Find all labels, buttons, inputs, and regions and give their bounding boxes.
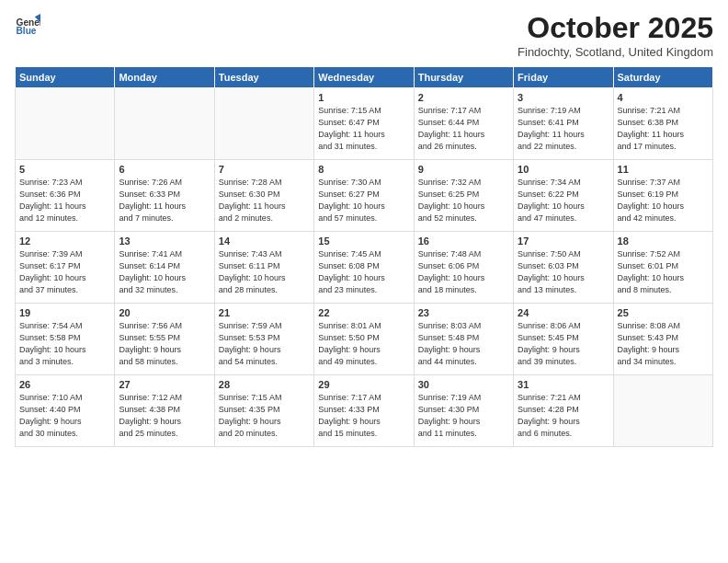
week-row-4: 19Sunrise: 7:54 AM Sunset: 5:58 PM Dayli… (16, 304, 713, 375)
week-row-5: 26Sunrise: 7:10 AM Sunset: 4:40 PM Dayli… (16, 375, 713, 447)
day-number: 26 (19, 379, 110, 390)
day-number: 8 (318, 164, 409, 175)
day-info: Sunrise: 7:41 AM Sunset: 6:14 PM Dayligh… (119, 248, 210, 296)
calendar-cell: 6Sunrise: 7:26 AM Sunset: 6:33 PM Daylig… (115, 160, 214, 232)
calendar-cell: 11Sunrise: 7:37 AM Sunset: 6:19 PM Dayli… (613, 160, 712, 232)
calendar-cell: 18Sunrise: 7:52 AM Sunset: 6:01 PM Dayli… (613, 232, 712, 304)
day-info: Sunrise: 7:12 AM Sunset: 4:38 PM Dayligh… (119, 392, 210, 440)
day-info: Sunrise: 7:32 AM Sunset: 6:25 PM Dayligh… (418, 177, 509, 224)
day-info: Sunrise: 7:45 AM Sunset: 6:08 PM Dayligh… (318, 248, 409, 296)
calendar-cell: 13Sunrise: 7:41 AM Sunset: 6:14 PM Dayli… (115, 232, 214, 304)
location: Findochty, Scotland, United Kingdom (518, 45, 713, 59)
day-info: Sunrise: 8:01 AM Sunset: 5:50 PM Dayligh… (318, 320, 409, 368)
day-number: 4 (618, 92, 709, 103)
day-info: Sunrise: 7:50 AM Sunset: 6:03 PM Dayligh… (518, 248, 609, 296)
day-info: Sunrise: 8:06 AM Sunset: 5:45 PM Dayligh… (518, 320, 609, 368)
day-info: Sunrise: 7:15 AM Sunset: 4:35 PM Dayligh… (219, 392, 310, 440)
day-number: 14 (219, 236, 310, 247)
day-info: Sunrise: 7:39 AM Sunset: 6:17 PM Dayligh… (19, 248, 110, 296)
day-number: 18 (618, 236, 709, 247)
day-number: 12 (19, 236, 110, 247)
weekday-header-saturday: Saturday (613, 67, 712, 88)
calendar-cell: 9Sunrise: 7:32 AM Sunset: 6:25 PM Daylig… (414, 160, 513, 232)
day-info: Sunrise: 7:34 AM Sunset: 6:22 PM Dayligh… (518, 177, 609, 224)
calendar-cell: 5Sunrise: 7:23 AM Sunset: 6:36 PM Daylig… (16, 160, 115, 232)
day-info: Sunrise: 7:30 AM Sunset: 6:27 PM Dayligh… (318, 177, 409, 224)
day-info: Sunrise: 7:21 AM Sunset: 4:28 PM Dayligh… (518, 392, 609, 440)
calendar-cell: 10Sunrise: 7:34 AM Sunset: 6:22 PM Dayli… (514, 160, 613, 232)
day-number: 28 (219, 379, 310, 390)
calendar-cell: 19Sunrise: 7:54 AM Sunset: 5:58 PM Dayli… (16, 304, 115, 375)
day-info: Sunrise: 7:43 AM Sunset: 6:11 PM Dayligh… (219, 248, 310, 296)
calendar-cell: 1Sunrise: 7:15 AM Sunset: 6:47 PM Daylig… (314, 88, 414, 160)
day-info: Sunrise: 7:15 AM Sunset: 6:47 PM Dayligh… (318, 105, 409, 153)
day-info: Sunrise: 7:28 AM Sunset: 6:30 PM Dayligh… (219, 177, 310, 224)
calendar-cell: 28Sunrise: 7:15 AM Sunset: 4:35 PM Dayli… (214, 375, 313, 447)
week-row-3: 12Sunrise: 7:39 AM Sunset: 6:17 PM Dayli… (16, 232, 713, 304)
day-number: 7 (219, 164, 310, 175)
calendar-cell: 15Sunrise: 7:45 AM Sunset: 6:08 PM Dayli… (314, 232, 414, 304)
day-number: 11 (618, 164, 709, 175)
calendar-cell: 2Sunrise: 7:17 AM Sunset: 6:44 PM Daylig… (414, 88, 513, 160)
calendar-cell: 3Sunrise: 7:19 AM Sunset: 6:41 PM Daylig… (514, 88, 613, 160)
day-info: Sunrise: 7:56 AM Sunset: 5:55 PM Dayligh… (119, 320, 210, 368)
calendar-cell: 23Sunrise: 8:03 AM Sunset: 5:48 PM Dayli… (414, 304, 513, 375)
day-number: 22 (318, 307, 409, 318)
calendar-cell (16, 88, 115, 160)
day-number: 27 (119, 379, 210, 390)
calendar-cell (214, 88, 313, 160)
calendar-cell: 7Sunrise: 7:28 AM Sunset: 6:30 PM Daylig… (214, 160, 313, 232)
page: General Blue October 2025 Findochty, Sco… (0, 0, 728, 563)
day-info: Sunrise: 7:23 AM Sunset: 6:36 PM Dayligh… (19, 177, 110, 224)
day-number: 15 (318, 236, 409, 247)
calendar-cell: 8Sunrise: 7:30 AM Sunset: 6:27 PM Daylig… (314, 160, 414, 232)
calendar-cell: 21Sunrise: 7:59 AM Sunset: 5:53 PM Dayli… (214, 304, 313, 375)
day-number: 29 (318, 379, 409, 390)
day-info: Sunrise: 8:03 AM Sunset: 5:48 PM Dayligh… (418, 320, 509, 368)
week-row-1: 1Sunrise: 7:15 AM Sunset: 6:47 PM Daylig… (16, 88, 713, 160)
day-number: 23 (418, 307, 509, 318)
day-number: 10 (518, 164, 609, 175)
calendar: SundayMondayTuesdayWednesdayThursdayFrid… (15, 66, 713, 447)
day-info: Sunrise: 7:52 AM Sunset: 6:01 PM Dayligh… (618, 248, 709, 296)
logo-icon: General Blue (15, 11, 40, 37)
calendar-cell: 12Sunrise: 7:39 AM Sunset: 6:17 PM Dayli… (16, 232, 115, 304)
day-number: 1 (318, 92, 409, 103)
calendar-cell: 26Sunrise: 7:10 AM Sunset: 4:40 PM Dayli… (16, 375, 115, 447)
month-title: October 2025 (518, 11, 713, 45)
calendar-cell: 27Sunrise: 7:12 AM Sunset: 4:38 PM Dayli… (115, 375, 214, 447)
day-info: Sunrise: 7:26 AM Sunset: 6:33 PM Dayligh… (119, 177, 210, 224)
weekday-header-thursday: Thursday (414, 67, 513, 88)
day-info: Sunrise: 8:08 AM Sunset: 5:43 PM Dayligh… (618, 320, 709, 368)
day-info: Sunrise: 7:19 AM Sunset: 6:41 PM Dayligh… (518, 105, 609, 153)
calendar-cell: 16Sunrise: 7:48 AM Sunset: 6:06 PM Dayli… (414, 232, 513, 304)
logo: General Blue (15, 11, 40, 37)
day-info: Sunrise: 7:19 AM Sunset: 4:30 PM Dayligh… (418, 392, 509, 440)
day-number: 5 (19, 164, 110, 175)
day-number: 31 (518, 379, 609, 390)
calendar-cell: 25Sunrise: 8:08 AM Sunset: 5:43 PM Dayli… (613, 304, 712, 375)
day-number: 20 (119, 307, 210, 318)
day-info: Sunrise: 7:37 AM Sunset: 6:19 PM Dayligh… (618, 177, 709, 224)
calendar-cell (115, 88, 214, 160)
calendar-cell: 30Sunrise: 7:19 AM Sunset: 4:30 PM Dayli… (414, 375, 513, 447)
day-info: Sunrise: 7:17 AM Sunset: 4:33 PM Dayligh… (318, 392, 409, 440)
calendar-cell: 17Sunrise: 7:50 AM Sunset: 6:03 PM Dayli… (514, 232, 613, 304)
weekday-header-tuesday: Tuesday (214, 67, 313, 88)
calendar-cell: 22Sunrise: 8:01 AM Sunset: 5:50 PM Dayli… (314, 304, 414, 375)
title-block: October 2025 Findochty, Scotland, United… (518, 11, 713, 59)
calendar-cell (613, 375, 712, 447)
calendar-cell: 29Sunrise: 7:17 AM Sunset: 4:33 PM Dayli… (314, 375, 414, 447)
header: General Blue October 2025 Findochty, Sco… (15, 11, 713, 59)
calendar-cell: 4Sunrise: 7:21 AM Sunset: 6:38 PM Daylig… (613, 88, 712, 160)
day-number: 2 (418, 92, 509, 103)
day-number: 24 (518, 307, 609, 318)
day-number: 21 (219, 307, 310, 318)
day-number: 16 (418, 236, 509, 247)
day-number: 30 (418, 379, 509, 390)
week-row-2: 5Sunrise: 7:23 AM Sunset: 6:36 PM Daylig… (16, 160, 713, 232)
day-number: 19 (19, 307, 110, 318)
day-info: Sunrise: 7:10 AM Sunset: 4:40 PM Dayligh… (19, 392, 110, 440)
weekday-header-friday: Friday (514, 67, 613, 88)
day-info: Sunrise: 7:54 AM Sunset: 5:58 PM Dayligh… (19, 320, 110, 368)
